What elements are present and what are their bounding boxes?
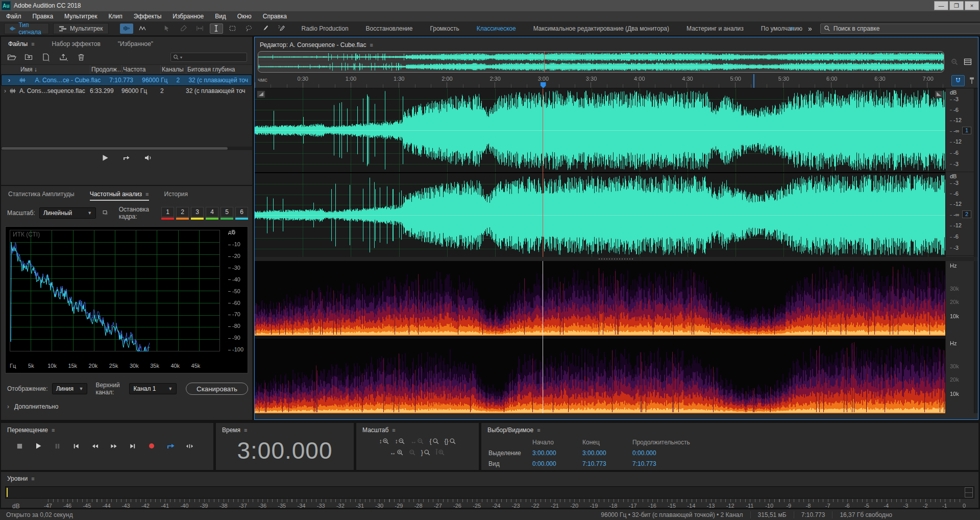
workspace-item[interactable]: Мастеринг и анализ (687, 25, 744, 32)
freeze-button-number[interactable]: 5 (220, 207, 233, 217)
menu-item[interactable]: Правка (33, 13, 54, 20)
scale-select[interactable]: Линейный▼ (39, 207, 96, 219)
zoom-to-in-point-button[interactable]: { (429, 438, 439, 445)
column-header-name[interactable]: Имя ↓ (19, 65, 90, 74)
menu-item[interactable]: Файл (6, 13, 21, 20)
stop-button[interactable] (12, 440, 27, 452)
new-file-icon[interactable] (42, 53, 51, 61)
auto-play-speaker-icon[interactable] (144, 154, 152, 162)
expand-chevron-icon[interactable]: › (5, 77, 10, 84)
expand-chevron-icon[interactable]: › (1, 87, 9, 94)
time-ruler[interactable]: чмс 0:301:001:302:002:303:003:304:004:30… (255, 74, 945, 88)
view-duration-value[interactable]: 7:10.773 (632, 460, 978, 467)
search-options-chevron-icon[interactable]: ▾ (180, 55, 182, 60)
menu-item[interactable]: Окно (237, 13, 252, 20)
panel-menu-icon[interactable]: ≡ (392, 427, 395, 433)
column-header-samplerate[interactable]: Частота (121, 65, 160, 74)
frequency-graph[interactable]: ИТК (СТI) дБ 0-10-20-30-40-50-60-70-80-9… (5, 226, 248, 373)
razor-tool-icon[interactable] (177, 23, 190, 34)
panel-tab[interactable]: Частотный анализ≡ (90, 191, 149, 201)
freeze-button[interactable]: 4 (206, 207, 218, 220)
workspace-menu-icon[interactable]: ≡ (790, 25, 794, 32)
skip-selection-button[interactable] (182, 440, 197, 452)
file-row[interactable]: › A. Cons…ce - Cube.flac 7:10.773 96000 … (1, 75, 252, 86)
show-waveform-button[interactable] (120, 23, 133, 34)
paintbrush-tool-icon[interactable] (259, 23, 272, 34)
column-header-bitdepth[interactable]: Битовая глубина (186, 65, 252, 74)
freeze-button[interactable]: 1 (161, 207, 174, 220)
waveform-channel-1[interactable] (255, 88, 945, 172)
zoom-out-horizontal-button[interactable] (409, 449, 416, 456)
panel-tab[interactable]: Статистика Амплитуды≡ (8, 191, 75, 201)
record-button[interactable] (144, 440, 159, 452)
freeze-button[interactable]: 6 (235, 207, 248, 220)
fade-in-handle[interactable] (257, 90, 265, 98)
zoom-to-selection-button[interactable]: {} (445, 438, 456, 445)
insert-into-multitrack-icon[interactable] (59, 53, 68, 61)
zoom-in-horizontal-button[interactable]: ↔ (390, 449, 404, 456)
freeze-button[interactable]: 2 (176, 207, 189, 220)
open-file-icon[interactable] (7, 53, 16, 61)
workspace-overflow-chevron[interactable]: » (808, 25, 812, 33)
waveform-channel-2[interactable] (255, 173, 945, 257)
display-select[interactable]: Линия▼ (52, 383, 88, 394)
panel-tab[interactable]: История≡ (164, 191, 188, 201)
panel-menu-icon[interactable]: ≡ (537, 427, 540, 433)
freeze-button[interactable]: 3 (191, 207, 204, 220)
menu-item[interactable]: Клип (109, 13, 122, 20)
workspace-item[interactable]: По умолчанию (761, 25, 802, 32)
selection-end-value[interactable]: 3:00.000 (582, 450, 632, 457)
top-channel-select[interactable]: Канал 1▼ (129, 383, 177, 394)
panel-menu-icon[interactable]: ≡ (145, 191, 149, 197)
time-selection-tool-icon[interactable] (210, 23, 223, 34)
file-row[interactable]: › A. Cons…sequence.flac 6:33.299 96000 Г… (1, 86, 252, 96)
multitrack-toggle[interactable]: Мультитрек (53, 23, 108, 34)
marquee-selection-tool-icon[interactable] (226, 23, 239, 34)
workspace-item[interactable]: Классическое (477, 25, 516, 32)
snap-magnet-button[interactable] (951, 75, 965, 86)
maximize-button[interactable]: ❐ (949, 1, 964, 10)
waveform-view-toggle[interactable]: Тип сигнала (4, 23, 49, 34)
vertical-zoom-bar[interactable] (974, 88, 978, 257)
zoom-to-out-point-button[interactable]: } (421, 449, 431, 456)
panel-tab[interactable]: Набор эффектов≡ (52, 40, 101, 48)
overview-waveform-ch1[interactable] (258, 53, 944, 61)
panel-menu-icon[interactable]: ≡ (52, 427, 55, 433)
loop-preview-icon[interactable] (122, 154, 131, 162)
import-file-icon[interactable] (24, 53, 34, 61)
time-display[interactable]: 3:00.000 (216, 437, 354, 464)
play-button[interactable] (31, 440, 45, 452)
scrollbar-thumb[interactable] (2, 147, 228, 150)
selection-start-value[interactable]: 3:00.000 (532, 450, 582, 457)
zoom-in-vertical-button[interactable]: ↕ (379, 438, 389, 445)
menu-item[interactable]: Справка (263, 13, 287, 20)
column-header-channels[interactable]: Каналы (160, 65, 186, 74)
rewind-button[interactable] (88, 440, 102, 452)
timeline[interactable]: чмс 0:301:001:302:002:303:003:304:004:30… (255, 74, 978, 88)
freeze-button-number[interactable]: 1 (161, 207, 174, 217)
waveform-spectral-splitter[interactable] (255, 257, 978, 261)
close-button[interactable]: × (965, 1, 979, 10)
panel-menu-icon[interactable]: ≡ (370, 42, 373, 48)
loop-playback-button[interactable] (163, 440, 178, 452)
panel-tab[interactable]: "Избранное"≡ (118, 40, 153, 48)
vertical-zoom-bar[interactable] (974, 261, 978, 413)
view-start-value[interactable]: 0:00.000 (532, 460, 582, 467)
workspace-item[interactable]: Radio Production (302, 25, 349, 32)
channel-2-badge[interactable]: 2 (962, 210, 971, 218)
freeze-button-number[interactable]: 4 (206, 207, 218, 217)
files-search-box[interactable]: ▾ (170, 53, 247, 62)
scan-button[interactable]: Сканировать (186, 383, 248, 395)
move-tool-icon[interactable] (161, 23, 174, 34)
fade-out-handle[interactable] (935, 90, 943, 98)
zoom-out-full-icon[interactable] (950, 58, 959, 66)
overview-navigator[interactable] (258, 51, 944, 73)
fast-forward-button[interactable] (107, 440, 121, 452)
workspace-item[interactable]: Восстановление (366, 25, 413, 32)
show-spectral-button[interactable] (136, 23, 150, 34)
go-to-start-button[interactable] (69, 440, 83, 452)
level-meter[interactable] (5, 486, 974, 499)
view-end-value[interactable]: 7:10.773 (582, 460, 632, 467)
workspace-item[interactable]: Громкость (430, 25, 459, 32)
spot-healing-tool-icon[interactable] (275, 23, 288, 34)
